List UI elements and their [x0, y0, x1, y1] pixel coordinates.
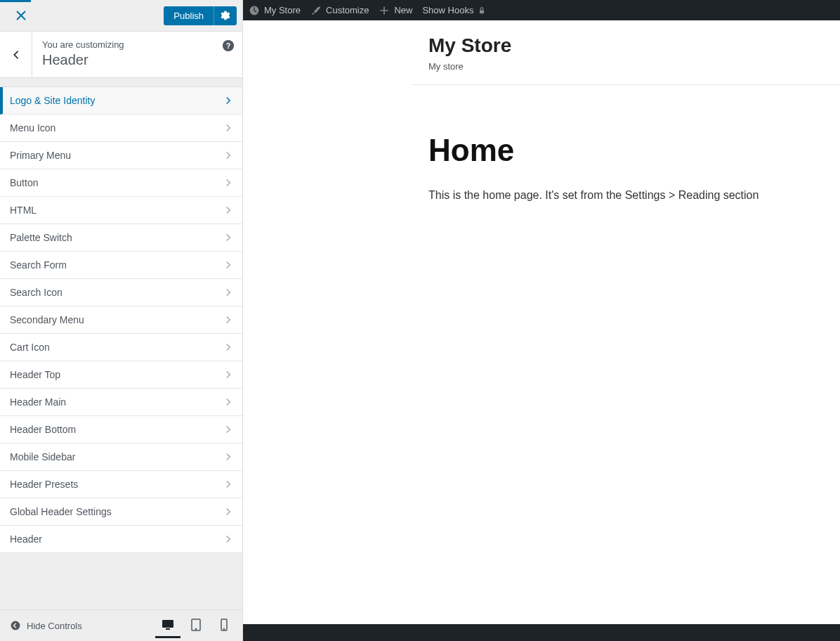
chevron-right-icon — [224, 96, 232, 105]
sidebar-top-bar: Publish — [0, 0, 242, 32]
menu-item-label: Cart Icon — [10, 342, 50, 353]
close-customizer-button[interactable] — [6, 0, 37, 31]
site-tagline: My store — [428, 61, 823, 72]
chevron-right-icon — [224, 398, 232, 406]
adminbar-customize-label: Customize — [326, 5, 369, 15]
menu-item-mobile-sidebar[interactable]: Mobile Sidebar — [0, 443, 242, 471]
menu-item-header-main[interactable]: Header Main — [0, 389, 242, 416]
menu-item-label: Search Form — [10, 259, 67, 271]
svg-point-8 — [223, 628, 224, 629]
chevron-right-icon — [224, 316, 232, 324]
tablet-preview-button[interactable] — [183, 613, 209, 638]
menu-item-menu-icon[interactable]: Menu Icon — [0, 115, 242, 142]
svg-rect-10 — [480, 10, 484, 13]
sidebar-footer: Hide Controls — [0, 609, 242, 641]
customizing-label: You are customizing — [42, 39, 232, 50]
gear-icon — [221, 11, 230, 20]
chevron-right-icon — [224, 370, 232, 379]
menu-item-primary-menu[interactable]: Primary Menu — [0, 142, 242, 169]
chevron-right-icon — [224, 480, 232, 488]
publish-button[interactable]: Publish — [164, 6, 214, 25]
hide-controls-label: Hide Controls — [27, 621, 82, 631]
desktop-preview-button[interactable] — [155, 613, 181, 638]
menu-item-label: Header — [10, 533, 42, 545]
menu-item-label: Logo & Site Identity — [10, 95, 95, 106]
adminbar-show-hooks-link[interactable]: Show Hooks — [422, 5, 486, 15]
tablet-icon — [189, 618, 203, 632]
adminbar-site-name: My Store — [264, 5, 301, 15]
menu-item-label: Mobile Sidebar — [10, 451, 75, 462]
menu-item-palette-switch[interactable]: Palette Switch — [0, 224, 242, 252]
brush-icon — [310, 5, 322, 16]
preview-pane: My Store Customize New Show Hooks My Sto… — [243, 0, 840, 641]
adminbar-new-label: New — [394, 5, 412, 15]
adminbar-site-link[interactable]: My Store — [249, 5, 301, 16]
menu-item-label: Header Presets — [10, 479, 78, 490]
section-header: You are customizing Header ? — [0, 32, 242, 78]
collapse-icon — [10, 620, 21, 631]
menu-item-html[interactable]: HTML — [0, 197, 242, 224]
menu-item-global-header-settings[interactable]: Global Header Settings — [0, 498, 242, 526]
page-description: This is the home page. It's set from the… — [428, 189, 823, 202]
menu-item-header[interactable]: Header — [0, 526, 242, 553]
site-header: My Store My store — [412, 20, 840, 85]
plus-icon — [379, 5, 390, 16]
customizer-menu-list: Logo & Site IdentityMenu IconPrimary Men… — [0, 78, 242, 609]
chevron-right-icon — [224, 151, 232, 160]
svg-text:?: ? — [226, 41, 231, 50]
close-icon — [15, 10, 27, 21]
preview-content: My Store My store Home This is the home … — [243, 20, 840, 641]
menu-item-label: Menu Icon — [10, 122, 55, 134]
back-button[interactable] — [0, 32, 32, 77]
site-title[interactable]: My Store — [428, 34, 823, 57]
menu-item-cart-icon[interactable]: Cart Icon — [0, 334, 242, 361]
mobile-preview-button[interactable] — [211, 613, 237, 638]
chevron-right-icon — [224, 343, 232, 351]
menu-item-header-presets[interactable]: Header Presets — [0, 471, 242, 498]
menu-item-header-bottom[interactable]: Header Bottom — [0, 416, 242, 443]
help-icon: ? — [222, 39, 235, 52]
device-preview-buttons — [155, 613, 237, 638]
menu-item-label: Header Top — [10, 369, 60, 380]
menu-item-search-form[interactable]: Search Form — [0, 252, 242, 279]
publish-group: Publish — [164, 6, 237, 25]
chevron-right-icon — [224, 535, 232, 543]
menu-item-label: Search Icon — [10, 287, 63, 298]
chevron-right-icon — [224, 261, 232, 269]
customizer-sidebar: Publish You are customizing Header ? Log… — [0, 0, 243, 641]
menu-item-label: Header Main — [10, 396, 66, 408]
menu-item-secondary-menu[interactable]: Secondary Menu — [0, 306, 242, 334]
menu-item-header-top[interactable]: Header Top — [0, 361, 242, 389]
page-title: Home — [428, 133, 823, 168]
help-button[interactable]: ? — [221, 39, 235, 53]
svg-rect-4 — [166, 628, 170, 630]
chevron-right-icon — [224, 425, 232, 434]
chevron-right-icon — [224, 206, 232, 214]
publish-settings-button[interactable] — [214, 6, 237, 25]
page-body: Home This is the home page. It's set fro… — [412, 85, 840, 250]
menu-item-search-icon[interactable]: Search Icon — [0, 279, 242, 306]
dashboard-icon — [249, 5, 260, 16]
mobile-icon — [217, 618, 231, 632]
menu-item-logo-site-identity[interactable]: Logo & Site Identity — [0, 87, 242, 115]
menu-item-label: Global Header Settings — [10, 506, 112, 517]
menu-item-label: Secondary Menu — [10, 314, 84, 325]
menu-item-label: Header Bottom — [10, 424, 76, 435]
desktop-icon — [161, 618, 175, 632]
menu-item-label: Palette Switch — [10, 232, 72, 243]
adminbar-customize-link[interactable]: Customize — [310, 5, 369, 16]
chevron-right-icon — [224, 507, 232, 516]
section-title-block: You are customizing Header ? — [32, 32, 242, 77]
adminbar-show-hooks-label: Show Hooks — [422, 5, 473, 15]
admin-bar: My Store Customize New Show Hooks — [243, 0, 840, 20]
chevron-right-icon — [224, 233, 232, 242]
svg-point-2 — [11, 621, 20, 630]
hide-controls-button[interactable]: Hide Controls — [6, 620, 82, 631]
lock-icon — [478, 6, 486, 15]
section-name: Header — [42, 51, 232, 69]
menu-item-button[interactable]: Button — [0, 169, 242, 197]
chevron-right-icon — [224, 179, 232, 187]
menu-item-label: Button — [10, 177, 38, 188]
adminbar-new-link[interactable]: New — [379, 5, 412, 16]
svg-rect-3 — [162, 620, 173, 628]
